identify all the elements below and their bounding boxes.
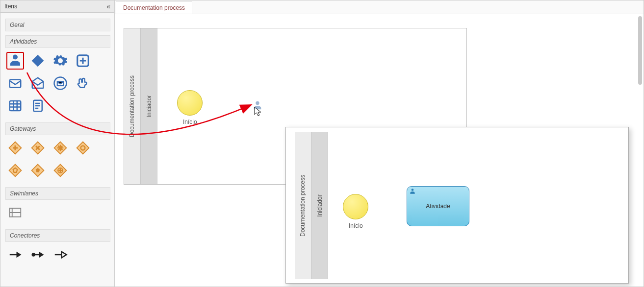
connectors-grid	[5, 246, 110, 268]
sidebar-title: Itens	[4, 3, 17, 10]
section-geral[interactable]: Geral	[5, 19, 110, 31]
sidebar-header: Itens «	[0, 0, 114, 13]
envelope-open-icon[interactable]	[29, 74, 47, 92]
svg-marker-22	[62, 252, 67, 258]
gateways-grid	[5, 139, 110, 184]
svg-rect-5	[10, 101, 21, 111]
gateway-pentagon2-icon[interactable]	[29, 162, 47, 179]
result-panel: Documentation process Iniciador Início A…	[285, 127, 629, 284]
collapse-sidebar-icon[interactable]: «	[106, 2, 110, 10]
swimlanes-grid	[5, 204, 110, 226]
lane-result-content[interactable]: Início Atividade	[328, 132, 621, 279]
main-area: Documentation process Documentation proc…	[115, 0, 644, 287]
svg-rect-2	[10, 80, 21, 88]
activity-node[interactable]: Atividade	[407, 186, 469, 226]
svg-point-20	[32, 253, 36, 257]
start-event-label: Início	[183, 119, 197, 125]
pool-result[interactable]: Documentation process Iniciador Início A…	[295, 132, 621, 279]
svg-rect-10	[77, 142, 89, 154]
section-swimlanes[interactable]: Swimlanes	[5, 187, 110, 200]
section-gateways[interactable]: Gateways	[5, 122, 110, 135]
gateway-circle-icon[interactable]	[74, 139, 92, 157]
arrow-solid-icon[interactable]	[6, 246, 24, 263]
gateway-pentagon-icon[interactable]	[6, 162, 24, 179]
arrow-open-icon[interactable]	[52, 246, 69, 263]
gateway-plus-alt-icon[interactable]	[52, 162, 69, 179]
pool-result-title[interactable]: Documentation process	[295, 132, 311, 279]
section-atividades[interactable]: Atividades	[5, 35, 110, 48]
tab-documentation-process[interactable]: Documentation process	[116, 1, 192, 14]
start-event-result[interactable]	[343, 194, 368, 219]
svg-marker-19	[17, 252, 22, 258]
activity-user-icon	[409, 188, 416, 196]
gear-icon[interactable]	[52, 52, 69, 70]
user-task-icon[interactable]	[6, 52, 24, 70]
app-root: Itens « Geral Atividades	[0, 0, 644, 287]
svg-marker-21	[39, 252, 44, 258]
section-conectores[interactable]: Conectores	[5, 229, 110, 242]
plus-box-icon[interactable]	[74, 52, 92, 70]
sidebar-palette: Itens « Geral Atividades	[0, 0, 115, 287]
canvas[interactable]: Documentation process Iniciador Início D…	[115, 14, 644, 287]
svg-rect-12	[9, 165, 22, 177]
arrow-dot-icon[interactable]	[29, 246, 47, 263]
lane-title[interactable]: Iniciador	[141, 28, 157, 184]
hand-point-icon[interactable]	[74, 74, 92, 92]
svg-rect-0	[32, 55, 44, 67]
cursor-icon	[254, 107, 263, 118]
table-icon[interactable]	[6, 97, 24, 115]
activities-grid	[5, 52, 110, 120]
pool-title[interactable]: Documentation process	[124, 28, 141, 184]
start-event[interactable]	[177, 90, 203, 116]
swimlane-icon[interactable]	[6, 204, 24, 221]
gateway-plus-icon[interactable]	[6, 139, 24, 157]
lane-result-title[interactable]: Iniciador	[311, 132, 328, 279]
sidebar-body: Geral Atividades	[0, 13, 114, 287]
envelope-icon[interactable]	[6, 74, 24, 92]
tab-bar: Documentation process	[115, 0, 644, 14]
envelope-circle-icon[interactable]	[52, 74, 69, 92]
diamond-icon[interactable]	[29, 52, 47, 70]
gateway-x-icon[interactable]	[29, 139, 47, 157]
start-event-result-label: Início	[349, 222, 363, 229]
document-icon[interactable]	[29, 97, 47, 115]
activity-label: Atividade	[426, 203, 450, 210]
gateway-star-icon[interactable]	[52, 139, 69, 157]
canvas-scrollbar[interactable]	[638, 16, 642, 85]
